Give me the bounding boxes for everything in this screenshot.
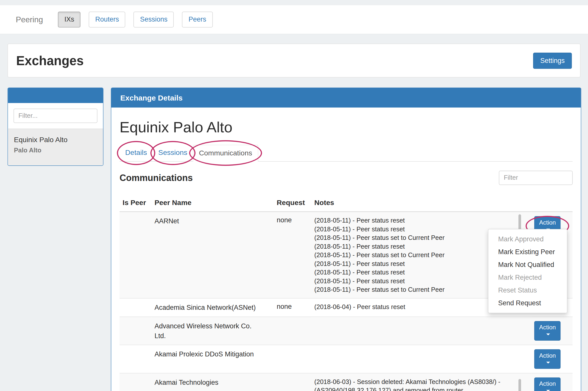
is-peer-cell xyxy=(120,345,152,373)
notes-cell: (2018-06-03) - Session deleted: Akamai T… xyxy=(311,373,531,391)
table-row: Akamai Technologies (2018-06-03) - Sessi… xyxy=(120,373,573,391)
peer-name-cell: Akamai Prolexic DDoS Mitigation xyxy=(152,345,274,373)
exchange-list-card: Equinix Palo Alto Palo Alto xyxy=(8,88,104,166)
is-peer-cell xyxy=(120,317,152,345)
tab-communications-label: Communications xyxy=(199,149,252,157)
notes-cell xyxy=(311,317,531,345)
exchange-details-body: Equinix Palo Alto Details Sessions Commu… xyxy=(111,108,581,391)
top-navbar: Peering IXs Routers Sessions Peers xyxy=(0,5,588,34)
exchange-details-panel-header: Exchange Details xyxy=(111,88,581,108)
peer-name-cell: Akamai Technologies xyxy=(152,373,274,391)
request-cell xyxy=(274,345,311,373)
column-notes: Notes xyxy=(311,195,531,212)
caret-down-icon xyxy=(546,390,550,391)
note-line: (AS20940/198.32.176.127) and removed fro… xyxy=(314,386,528,391)
notes-cell xyxy=(311,345,531,373)
exchange-heading: Equinix Palo Alto xyxy=(120,119,573,136)
dropdown-item-reset-status[interactable]: Reset Status xyxy=(488,284,567,297)
exchange-filter-input[interactable] xyxy=(14,109,97,123)
peer-name: Advanced Wireless Network Co. Ltd. xyxy=(155,321,257,341)
action-button-label: Action xyxy=(539,324,556,331)
communications-section-header: Communications xyxy=(120,171,573,185)
nav-button-peers[interactable]: Peers xyxy=(182,12,213,27)
exchange-location: Palo Alto xyxy=(14,147,97,154)
page-header-panel: Exchanges Settings xyxy=(8,44,580,77)
nav-button-sessions[interactable]: Sessions xyxy=(134,12,174,27)
tab-sessions-label: Sessions xyxy=(158,149,187,157)
communications-filter-input[interactable] xyxy=(499,171,573,185)
exchange-list-item[interactable]: Equinix Palo Alto Palo Alto xyxy=(8,129,103,165)
column-peer-name: Peer Name xyxy=(152,195,274,212)
peer-name-cell: Academia Sinica Network(ASNet) xyxy=(152,298,274,317)
caret-down-icon xyxy=(546,362,550,364)
table-header-row: Is Peer Peer Name Request Notes xyxy=(120,195,573,212)
dropdown-item-mark-rejected[interactable]: Mark Rejected xyxy=(488,271,567,284)
dropdown-item-mark-existing-peer[interactable]: Mark Existing Peer xyxy=(488,246,567,258)
tab-details-label: Details xyxy=(125,149,147,157)
action-button[interactable]: Action xyxy=(534,377,561,391)
note-line: (2018-06-03) - Session deleted: Akamai T… xyxy=(314,377,528,386)
dropdown-item-send-request[interactable]: Send Request xyxy=(488,297,567,310)
communications-title: Communications xyxy=(120,172,193,183)
peer-name-cell: Advanced Wireless Network Co. Ltd. xyxy=(152,317,274,345)
exchange-list-header xyxy=(8,88,103,103)
content-area: Equinix Palo Alto Palo Alto Exchange Det… xyxy=(8,88,580,391)
detail-tabs: Details Sessions Communications xyxy=(120,145,573,162)
top-gap xyxy=(0,0,588,5)
peer-name: AARNet xyxy=(155,216,257,226)
action-cell: Action xyxy=(531,373,573,391)
peer-name: Academia Sinica Network(ASNet) xyxy=(155,303,257,312)
column-request: Request xyxy=(274,195,311,212)
settings-button[interactable]: Settings xyxy=(533,52,572,69)
request-cell xyxy=(274,317,311,345)
page-title: Exchanges xyxy=(16,53,84,68)
peer-name: Akamai Technologies xyxy=(155,377,257,387)
tab-sessions[interactable]: Sessions xyxy=(153,145,193,162)
peer-name-cell: AARNet xyxy=(152,212,274,298)
request-cell: none xyxy=(274,212,311,298)
exchange-details-panel: Exchange Details Equinix Palo Alto Detai… xyxy=(111,88,581,391)
action-button-label: Action xyxy=(539,380,556,387)
panel-title: Exchange Details xyxy=(120,93,182,102)
note-line: (2018-05-11) - Peer status reset xyxy=(314,216,528,225)
dropdown-item-mark-approved[interactable]: Mark Approved xyxy=(488,233,567,246)
is-peer-cell xyxy=(120,212,152,298)
action-button[interactable]: Action xyxy=(534,321,561,341)
action-button-label: Action xyxy=(539,219,556,226)
tab-communications[interactable]: Communications xyxy=(193,145,258,162)
action-cell: Action xyxy=(531,345,573,373)
app-brand: Peering xyxy=(16,15,43,24)
nav-button-routers[interactable]: Routers xyxy=(89,12,126,27)
action-button[interactable]: Action xyxy=(534,349,561,369)
action-cell: Action xyxy=(531,317,573,345)
nav-button-group: IXs Routers Sessions Peers xyxy=(58,12,213,27)
notes-scrollbar[interactable] xyxy=(519,379,521,391)
action-button-label: Action xyxy=(539,352,556,359)
exchange-name: Equinix Palo Alto xyxy=(14,136,97,144)
app-viewport: Peering IXs Routers Sessions Peers Excha… xyxy=(0,0,588,391)
nav-button-ixs[interactable]: IXs xyxy=(58,12,81,27)
is-peer-cell xyxy=(120,298,152,317)
peer-name: Akamai Prolexic DDoS Mitigation xyxy=(155,349,257,359)
request-cell xyxy=(274,373,311,391)
column-action xyxy=(531,195,573,212)
dropdown-item-mark-not-qualified[interactable]: Mark Not Qualified xyxy=(488,258,567,271)
request-cell: none xyxy=(274,298,311,317)
table-row: Advanced Wireless Network Co. Ltd. Actio… xyxy=(120,317,573,345)
column-is-peer: Is Peer xyxy=(120,195,152,212)
exchange-filter-wrap xyxy=(8,103,103,129)
tab-details[interactable]: Details xyxy=(120,145,153,162)
caret-down-icon xyxy=(546,334,550,336)
is-peer-cell xyxy=(120,373,152,391)
table-row: Akamai Prolexic DDoS Mitigation Action xyxy=(120,345,573,373)
action-dropdown-menu: Mark Approved Mark Existing Peer Mark No… xyxy=(488,229,567,313)
